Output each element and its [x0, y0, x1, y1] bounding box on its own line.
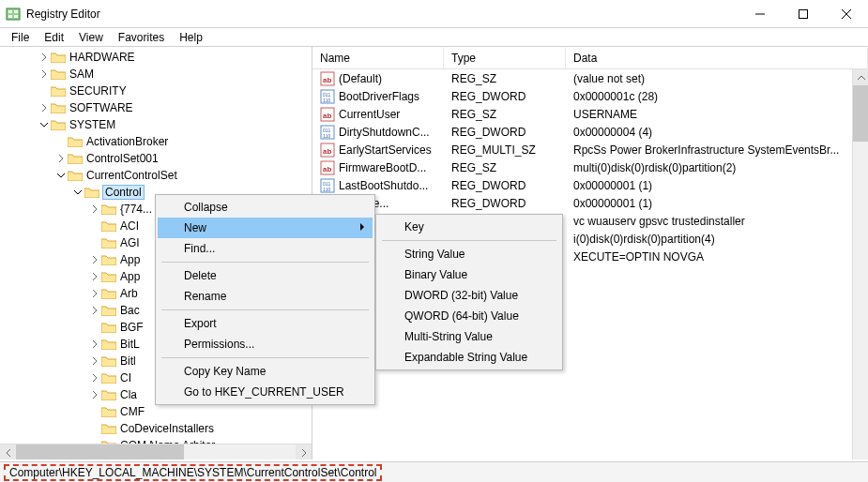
folder-icon — [51, 118, 66, 131]
chevron-right-icon[interactable] — [88, 287, 101, 300]
ctx-new-dword[interactable]: DWORD (32-bit) Value — [378, 285, 560, 306]
ctx-new-qword[interactable]: QWORD (64-bit) Value — [378, 306, 560, 326]
scroll-right-icon[interactable] — [296, 444, 312, 459]
value-name: DirtyShutdownC... — [339, 126, 430, 139]
list-item[interactable]: ab(Default)REG_SZ(value not set) — [312, 69, 868, 87]
chevron-down-icon[interactable] — [38, 118, 51, 131]
list-item[interactable]: 011110BootDriverFlagsREG_DWORD0x0000001c… — [312, 87, 868, 105]
chevron-right-icon[interactable] — [88, 371, 101, 384]
tree-node[interactable]: HARDWARE — [0, 49, 312, 66]
tree-label: ControlSet001 — [86, 152, 159, 165]
chevron-right-icon[interactable] — [88, 338, 101, 351]
tree-node[interactable]: SOFTWARE — [0, 99, 312, 116]
tree-node[interactable]: ActivationBroker — [0, 133, 312, 150]
value-data: USERNAME — [566, 108, 868, 121]
ctx-new-binary[interactable]: Binary Value — [378, 264, 560, 285]
list-item[interactable]: 011110LastBootShutdo...REG_DWORD0x000000… — [312, 176, 868, 194]
tree-label: SYSTEM — [69, 118, 115, 131]
chevron-right-icon[interactable] — [88, 270, 101, 283]
svg-text:ab: ab — [323, 112, 331, 120]
horizontal-scrollbar[interactable] — [0, 444, 312, 459]
column-name[interactable]: Name — [312, 48, 444, 68]
tree-label: Cla — [120, 388, 137, 401]
list-item[interactable]: 011110tSuccee...REG_DWORD0x00000001 (1) — [312, 194, 868, 212]
ctx-delete[interactable]: Delete — [158, 265, 373, 286]
menu-view[interactable]: View — [71, 29, 111, 46]
tree-node[interactable]: SAM — [0, 66, 312, 83]
chevron-down-icon[interactable] — [71, 186, 84, 199]
string-value-icon: ab — [320, 107, 335, 122]
value-name: EarlyStartServices — [339, 143, 432, 157]
folder-icon — [101, 236, 116, 249]
column-type[interactable]: Type — [444, 48, 566, 68]
value-name: CurrentUser — [339, 108, 400, 121]
ctx-find[interactable]: Find... — [158, 238, 373, 259]
tree-node[interactable]: CoDeviceInstallers — [0, 420, 312, 437]
scroll-left-icon[interactable] — [0, 444, 16, 459]
window-title: Registry Editor — [26, 8, 100, 21]
scroll-thumb[interactable] — [16, 444, 184, 459]
ctx-new[interactable]: New — [158, 218, 373, 238]
chevron-right-icon[interactable] — [54, 152, 68, 165]
list-item[interactable]: 011110DirtyShutdownC...REG_DWORD0x000000… — [312, 123, 868, 141]
tree-node[interactable]: CMF — [0, 403, 312, 420]
vertical-scrollbar[interactable] — [852, 69, 868, 459]
value-type: REG_SZ — [444, 161, 566, 174]
ctx-copy-key-name[interactable]: Copy Key Name — [158, 361, 373, 382]
tree-label: CI — [120, 371, 131, 384]
scroll-up-icon[interactable] — [853, 69, 868, 85]
chevron-right-icon[interactable] — [88, 203, 101, 216]
chevron-right-icon[interactable] — [88, 304, 101, 317]
scroll-track[interactable] — [16, 444, 296, 459]
string-value-icon: ab — [320, 71, 335, 86]
tree-node[interactable]: CurrentControlSet — [0, 167, 312, 184]
scroll-thumb[interactable] — [853, 85, 868, 142]
svg-rect-4 — [14, 15, 18, 18]
titlebar: Registry Editor — [0, 0, 868, 28]
ctx-new-key[interactable]: Key — [378, 217, 560, 237]
chevron-right-icon[interactable] — [88, 354, 101, 368]
menu-help[interactable]: Help — [172, 29, 210, 46]
maximize-button[interactable] — [782, 0, 825, 28]
list-item[interactable]: abCurrentUserREG_SZUSERNAME — [312, 105, 868, 123]
svg-rect-3 — [14, 10, 18, 13]
ctx-collapse[interactable]: Collapse — [158, 197, 373, 218]
tree-label: BGF — [120, 321, 144, 334]
ctx-new-string[interactable]: String Value — [378, 244, 560, 264]
chevron-right-icon[interactable] — [38, 68, 51, 81]
chevron-right-icon[interactable] — [88, 388, 101, 401]
ctx-new-label: New — [184, 221, 206, 234]
list-item[interactable]: abFirmwareBootD...REG_SZmulti(0)disk(0)r… — [312, 158, 868, 176]
folder-icon — [68, 152, 83, 165]
folder-icon — [101, 338, 116, 351]
folder-icon — [101, 287, 116, 300]
chevron-right-icon[interactable] — [38, 101, 51, 114]
tree-node[interactable]: ControlSet001 — [0, 150, 312, 167]
folder-icon — [51, 101, 66, 114]
ctx-new-expandstring[interactable]: Expandable String Value — [378, 347, 560, 368]
chevron-right-icon — [359, 221, 365, 234]
chevron-down-icon[interactable] — [54, 169, 68, 182]
context-menu: Collapse New Find... Delete Rename Expor… — [155, 194, 375, 405]
ctx-rename[interactable]: Rename — [158, 286, 373, 307]
close-button[interactable] — [825, 0, 868, 28]
ctx-permissions[interactable]: Permissions... — [158, 334, 373, 354]
tree-label: BitL — [120, 338, 140, 351]
minimize-button[interactable] — [739, 0, 782, 28]
chevron-right-icon[interactable] — [38, 51, 51, 64]
menu-edit[interactable]: Edit — [37, 29, 71, 46]
tree-label: AGI — [120, 236, 140, 249]
value-data: 0x00000001 (1) — [566, 197, 868, 210]
tree-node[interactable]: SECURITY — [0, 83, 312, 99]
list-item[interactable]: abEarlyStartServicesREG_MULTI_SZRpcSs Po… — [312, 141, 868, 158]
ctx-goto[interactable]: Go to HKEY_CURRENT_USER — [158, 382, 373, 402]
chevron-right-icon[interactable] — [88, 253, 101, 266]
column-data[interactable]: Data — [566, 48, 868, 68]
tree-node[interactable]: SYSTEM — [0, 116, 312, 133]
menu-file[interactable]: File — [4, 29, 37, 46]
menu-favorites[interactable]: Favorites — [111, 29, 172, 46]
folder-icon — [101, 270, 116, 283]
ctx-export[interactable]: Export — [158, 313, 373, 334]
ctx-new-multistring[interactable]: Multi-String Value — [378, 326, 560, 347]
string-value-icon: ab — [320, 143, 335, 158]
